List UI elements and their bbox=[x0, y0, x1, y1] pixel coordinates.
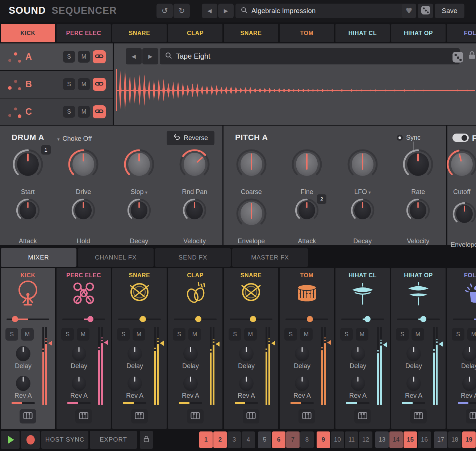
sample-search-field[interactable]: Tape Eight bbox=[160, 48, 460, 64]
solo-button[interactable]: S bbox=[63, 106, 75, 118]
sample-row-c[interactable]: CSM bbox=[0, 98, 113, 125]
step-3[interactable]: 3 bbox=[227, 431, 241, 448]
knob-hold[interactable] bbox=[70, 196, 97, 227]
sample-row-a[interactable]: ASM bbox=[0, 43, 113, 70]
step-15[interactable]: 15 bbox=[404, 431, 417, 448]
step-12[interactable]: 12 bbox=[359, 431, 372, 448]
delay-send-knob[interactable] bbox=[294, 345, 310, 363]
reverb-send-knob[interactable] bbox=[71, 375, 87, 393]
volume-slider[interactable] bbox=[62, 316, 105, 323]
keyboard-button[interactable] bbox=[75, 409, 92, 423]
knob-drive[interactable] bbox=[66, 147, 100, 184]
knob-fine[interactable] bbox=[290, 147, 324, 184]
record-button[interactable] bbox=[21, 431, 40, 449]
knob-velocity[interactable] bbox=[404, 196, 432, 227]
mute-button[interactable]: M bbox=[78, 78, 90, 90]
mute-button[interactable]: M bbox=[412, 328, 424, 341]
mute-button[interactable]: M bbox=[77, 328, 89, 341]
knob-cutoff[interactable] bbox=[445, 147, 476, 184]
keyboard-button[interactable] bbox=[466, 409, 476, 423]
solo-button[interactable]: S bbox=[340, 328, 353, 341]
volume-slider[interactable] bbox=[174, 316, 217, 323]
drum-tab-tom-5[interactable]: TOM bbox=[280, 24, 334, 42]
step-17[interactable]: 17 bbox=[434, 431, 447, 448]
knob-envelope[interactable] bbox=[234, 196, 268, 233]
preset-prev-button[interactable]: ◀ bbox=[202, 4, 217, 18]
step-16[interactable]: 16 bbox=[418, 431, 431, 448]
step-1[interactable]: 1 bbox=[199, 431, 213, 448]
delay-send-knob[interactable] bbox=[15, 345, 31, 363]
sync-indicator[interactable]: Sync bbox=[397, 134, 421, 142]
reverb-send-knob[interactable] bbox=[127, 375, 143, 393]
step-7[interactable]: 7 bbox=[286, 431, 300, 448]
solo-button[interactable]: S bbox=[284, 328, 297, 341]
link-button[interactable] bbox=[93, 105, 106, 118]
knob-attack[interactable] bbox=[14, 196, 42, 227]
volume-slider[interactable] bbox=[285, 316, 328, 323]
waveform-display[interactable] bbox=[114, 66, 476, 125]
randomize-button[interactable] bbox=[418, 4, 433, 18]
reverse-button[interactable]: Reverse bbox=[167, 131, 214, 145]
reverb-send-knob[interactable] bbox=[462, 375, 476, 393]
solo-button[interactable]: S bbox=[63, 51, 75, 63]
delay-send-knob[interactable] bbox=[71, 345, 87, 363]
mute-button[interactable]: M bbox=[21, 328, 34, 341]
delay-send-knob[interactable] bbox=[183, 345, 199, 363]
fx-tab-master-fx[interactable]: MASTER FX bbox=[232, 248, 308, 267]
filter-toggle[interactable] bbox=[452, 134, 469, 142]
reverb-send-knob[interactable] bbox=[183, 375, 199, 393]
mute-button[interactable]: M bbox=[467, 328, 476, 341]
delay-send-knob[interactable] bbox=[127, 345, 143, 363]
mute-button[interactable]: M bbox=[356, 328, 368, 341]
solo-button[interactable]: S bbox=[452, 328, 464, 341]
keyboard-button[interactable] bbox=[20, 409, 36, 423]
drum-tab-hihat-op-7[interactable]: HIHAT OP bbox=[391, 24, 446, 42]
link-button[interactable] bbox=[93, 78, 106, 91]
sample-row-b[interactable]: BSM bbox=[0, 71, 113, 98]
volume-slider[interactable] bbox=[341, 316, 384, 323]
drum-tab-snare-4[interactable]: SNARE bbox=[224, 24, 278, 42]
export-button[interactable]: EXPORT bbox=[90, 431, 137, 449]
step-2[interactable]: 2 bbox=[213, 431, 227, 448]
reverb-send-knob[interactable] bbox=[15, 375, 31, 393]
drum-tab-hihat-cl-6[interactable]: HIHAT CL bbox=[335, 24, 390, 42]
knob-rnd-pan[interactable] bbox=[178, 147, 212, 184]
redo-button[interactable]: ↻ bbox=[174, 4, 190, 18]
drum-tab-kick-0[interactable]: KICK bbox=[1, 24, 55, 42]
pattern-lock-button[interactable] bbox=[140, 431, 153, 449]
keyboard-button[interactable] bbox=[410, 409, 427, 423]
drum-tab-foley-8[interactable]: FOLEY bbox=[447, 24, 476, 42]
drum-tab-clap-3[interactable]: CLAP bbox=[168, 24, 222, 42]
undo-button[interactable]: ↺ bbox=[156, 4, 173, 18]
step-9[interactable]: 9 bbox=[317, 431, 330, 448]
step-19[interactable]: 19 bbox=[462, 431, 476, 448]
keyboard-button[interactable] bbox=[187, 409, 204, 423]
save-button[interactable]: Save bbox=[435, 4, 464, 18]
volume-slider[interactable] bbox=[7, 316, 49, 323]
delay-send-knob[interactable] bbox=[462, 345, 476, 363]
knob-envelope[interactable] bbox=[451, 199, 476, 231]
solo-button[interactable]: S bbox=[61, 328, 74, 341]
step-5[interactable]: 5 bbox=[258, 431, 271, 448]
sample-next-button[interactable]: ▶ bbox=[142, 48, 158, 64]
knob-slop[interactable] bbox=[122, 147, 156, 184]
drum-tab-snare-2[interactable]: SNARE bbox=[112, 24, 167, 42]
solo-button[interactable]: S bbox=[63, 78, 75, 90]
sample-randomize-button[interactable] bbox=[452, 51, 464, 64]
preset-search-field[interactable]: Algebraic Impression bbox=[235, 4, 410, 18]
sample-lock-button[interactable] bbox=[468, 50, 476, 62]
link-button[interactable] bbox=[93, 50, 106, 63]
solo-button[interactable]: S bbox=[117, 328, 130, 341]
solo-button[interactable]: S bbox=[229, 328, 241, 341]
step-4[interactable]: 4 bbox=[242, 431, 255, 448]
step-6[interactable]: 6 bbox=[272, 431, 285, 448]
step-14[interactable]: 14 bbox=[389, 431, 403, 448]
mute-button[interactable]: M bbox=[78, 106, 90, 118]
knob-decay[interactable] bbox=[349, 196, 376, 227]
mute-button[interactable]: M bbox=[188, 328, 201, 341]
step-11[interactable]: 11 bbox=[345, 431, 358, 448]
sample-prev-button[interactable]: ◀ bbox=[126, 48, 142, 64]
knob-coarse[interactable] bbox=[234, 147, 268, 184]
volume-slider[interactable] bbox=[118, 316, 161, 323]
knob-velocity[interactable] bbox=[181, 196, 208, 227]
